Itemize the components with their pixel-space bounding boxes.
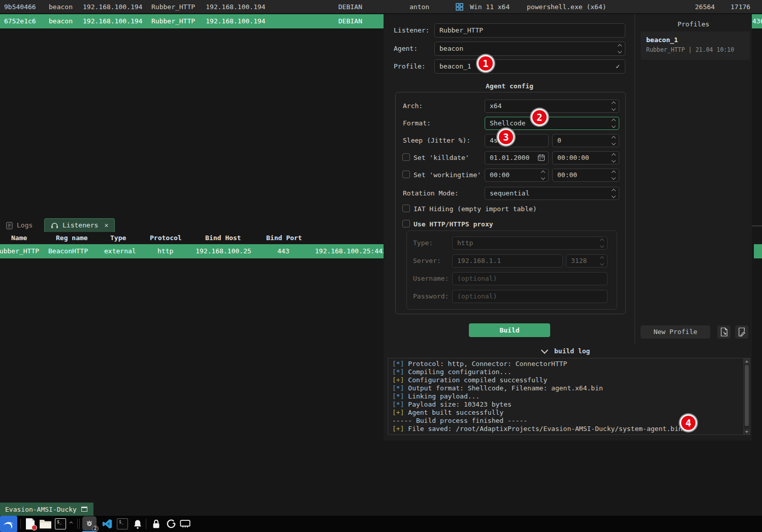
chevron-up-icon[interactable]: ^ bbox=[67, 517, 75, 530]
agent-internal: 192.168.100.194 bbox=[206, 14, 265, 28]
proxy-username-input[interactable]: (optional) bbox=[452, 272, 608, 285]
col-name[interactable]: Name bbox=[11, 232, 27, 244]
tab-listeners[interactable]: Listeners ✕ bbox=[44, 218, 115, 232]
tab-logs[interactable]: Logs bbox=[0, 219, 39, 232]
log-scrollbar[interactable] bbox=[743, 358, 750, 435]
build-log-title: build log bbox=[554, 347, 590, 355]
agent-config-group: Arch: x64 Format: Shellcode Sleep (Jitte… bbox=[395, 92, 626, 314]
calendar-icon[interactable] bbox=[537, 154, 545, 161]
annotation-4: 4 bbox=[680, 414, 697, 431]
kali-menu-button[interactable] bbox=[0, 516, 17, 532]
spinner-arrows-icon[interactable] bbox=[612, 137, 615, 145]
text-editor-launcher[interactable] bbox=[23, 517, 37, 530]
chevron-updown-icon[interactable] bbox=[612, 102, 615, 110]
chevron-updown-icon[interactable] bbox=[612, 119, 615, 127]
profile-card[interactable]: beacon_1 Rubber_HTTP | 21.04 10:10 bbox=[641, 31, 750, 60]
logs-icon bbox=[6, 222, 13, 229]
vscode-launcher[interactable] bbox=[101, 517, 114, 530]
spinner-arrows-icon[interactable] bbox=[542, 171, 545, 179]
terminal-icon: $_ bbox=[55, 518, 66, 529]
lock-screen-button[interactable] bbox=[149, 517, 163, 530]
lock-icon bbox=[152, 519, 161, 529]
proxy-type-select[interactable]: http bbox=[452, 237, 608, 250]
terminal-launcher[interactable]: $_ bbox=[54, 517, 67, 530]
agent-external: 192.168.100.194 bbox=[83, 14, 142, 28]
build-log-toggle[interactable]: build log bbox=[542, 347, 590, 355]
window-icon bbox=[81, 507, 87, 512]
col-protocol[interactable]: Protocol bbox=[150, 232, 182, 244]
profile-card-detail: Rubber_HTTP | 21.04 10:10 bbox=[646, 46, 734, 53]
proxy-password-input[interactable]: (optional) bbox=[452, 290, 608, 303]
proxy-port-spinner[interactable]: 3128 bbox=[566, 254, 608, 268]
notifications-button[interactable] bbox=[131, 517, 144, 530]
agent-computer: DEBIAN bbox=[338, 0, 362, 14]
import-profile-button[interactable] bbox=[717, 325, 731, 339]
col-type[interactable]: Type bbox=[110, 232, 126, 244]
profile-input[interactable]: beacon_1 ✓ bbox=[434, 59, 625, 74]
agent-computer: DEBIAN bbox=[338, 14, 362, 28]
edit-profile-button[interactable] bbox=[735, 325, 748, 339]
workingtime-label: Set 'workingtime' bbox=[414, 168, 481, 182]
rotation-label: Rotation Mode: bbox=[403, 186, 459, 201]
adaptix-window-button[interactable]: 2 bbox=[82, 516, 97, 530]
agent-listener: Rubber_HTTP bbox=[151, 14, 195, 28]
file-manager-launcher[interactable] bbox=[39, 517, 52, 530]
listener-row-selected[interactable]: Rubber_HTTP BeaconHTTP external http 192… bbox=[0, 244, 384, 258]
agent-pid: 26564 bbox=[695, 0, 715, 14]
chevron-updown-icon[interactable] bbox=[612, 189, 615, 197]
arch-label: Arch: bbox=[403, 99, 423, 113]
killdate-checkbox[interactable] bbox=[402, 153, 410, 161]
chevron-updown-icon[interactable] bbox=[618, 45, 621, 53]
close-icon[interactable]: ✕ bbox=[104, 219, 108, 232]
chevron-updown-icon bbox=[600, 239, 604, 247]
scroll-up-button[interactable] bbox=[744, 358, 750, 364]
listener-type: external bbox=[104, 244, 136, 258]
annotation-2: 2 bbox=[531, 109, 548, 126]
agent-process: powershell.exe (x64) bbox=[527, 0, 607, 14]
workingtime-to-spinner[interactable]: 00:00 bbox=[552, 169, 619, 182]
check-icon: ✓ bbox=[616, 60, 620, 73]
power-cycle-icon bbox=[166, 519, 176, 529]
network-button[interactable] bbox=[178, 517, 192, 530]
scroll-down-button[interactable] bbox=[744, 429, 750, 435]
proxy-check-label: Use HTTP/HTTPS proxy bbox=[414, 217, 493, 231]
col-bind-host[interactable]: Bind Host bbox=[205, 232, 241, 244]
project-tab[interactable]: Evasion-AMSI-Ducky bbox=[0, 503, 93, 516]
listener-label: Listener: bbox=[394, 23, 429, 38]
killdate-time-spinner[interactable]: 00:00:00 bbox=[552, 151, 619, 164]
workingtime-from-spinner[interactable]: 00:00 bbox=[485, 169, 549, 182]
agent-internal: 192.168.100.194 bbox=[206, 0, 265, 14]
new-profile-button[interactable]: New Profile bbox=[641, 325, 710, 339]
build-button[interactable]: Build bbox=[469, 323, 550, 337]
proxy-server-label: Server: bbox=[413, 254, 441, 268]
scrollbar-thumb[interactable] bbox=[745, 365, 749, 426]
proxy-server-input[interactable]: 192.168.1.1 bbox=[452, 254, 563, 268]
agent-row[interactable]: 9b540466 beacon 192.168.100.194 Rubber_H… bbox=[0, 0, 762, 14]
spinner-arrows-icon[interactable] bbox=[612, 154, 615, 162]
terminal-window-button[interactable]: $_ bbox=[116, 517, 129, 530]
agent-config-title: Agent config bbox=[384, 79, 636, 93]
killdate-date-input[interactable]: 01.01.2000 bbox=[485, 151, 549, 164]
sleep-label: Sleep (Jitter %): bbox=[403, 134, 470, 148]
proxy-checkbox[interactable] bbox=[402, 220, 410, 227]
listener-input[interactable]: Rubber_HTTP bbox=[434, 23, 625, 38]
col-reg-name[interactable]: Reg name bbox=[56, 232, 88, 244]
col-bind-port[interactable]: Bind Port bbox=[266, 232, 302, 244]
jitter-spinner[interactable]: 0 bbox=[552, 134, 619, 147]
arch-select[interactable]: x64 bbox=[485, 99, 619, 113]
ethernet-icon bbox=[180, 519, 190, 528]
agent-select[interactable]: beacon bbox=[434, 42, 625, 56]
workingtime-checkbox[interactable] bbox=[402, 171, 410, 178]
rotation-select[interactable]: sequential bbox=[485, 187, 619, 200]
spinner-arrows-icon[interactable] bbox=[612, 171, 615, 179]
logout-button[interactable] bbox=[165, 517, 178, 530]
folder-icon bbox=[39, 519, 52, 529]
listener-agent-addr: 192.168.100.25:443 bbox=[315, 244, 387, 258]
listener-bind-host: 192.168.100.25 bbox=[196, 244, 251, 258]
iat-hiding-checkbox[interactable] bbox=[402, 205, 410, 212]
sleep-input[interactable]: 4s bbox=[485, 134, 549, 147]
profiles-title: Profiles bbox=[635, 17, 752, 31]
agent-type: beacon bbox=[49, 0, 73, 14]
proxy-username-label: Username: bbox=[413, 272, 449, 286]
file-import-icon bbox=[720, 327, 728, 337]
